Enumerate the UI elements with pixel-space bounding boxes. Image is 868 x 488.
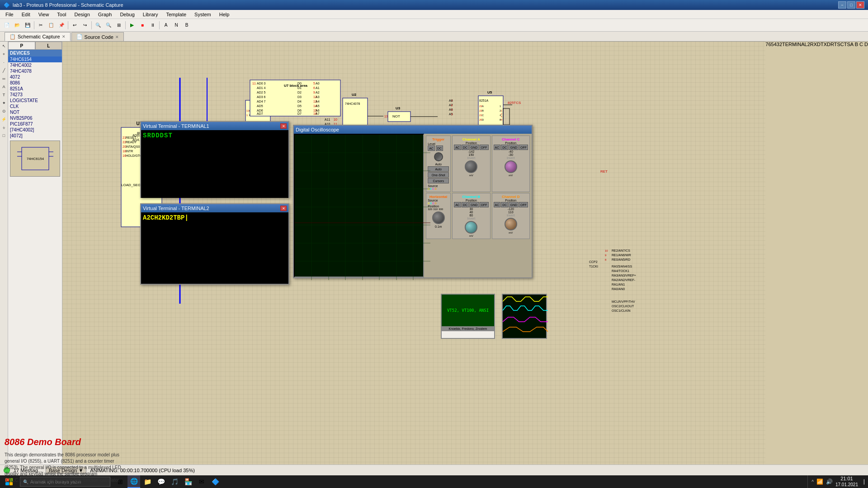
lt-label[interactable]: A [0, 83, 8, 90]
menu-edit[interactable]: Edit [18, 11, 34, 18]
lt-text[interactable]: T [0, 91, 8, 99]
osc-cha-gnd[interactable]: GND [469, 145, 479, 150]
device-8086[interactable]: 8086 [8, 80, 62, 86]
osc-chc-dc[interactable]: DC [501, 145, 508, 150]
tb-bom[interactable]: B [182, 20, 192, 30]
device-PIC16F877[interactable]: PIC16F877 [8, 121, 62, 127]
menu-file[interactable]: File [2, 11, 17, 18]
tb-icon-whatsapp[interactable]: 💬 [155, 475, 167, 488]
tb-icon-store[interactable]: 🏪 [182, 475, 194, 488]
tray-volume[interactable]: 🔊 [826, 479, 833, 485]
osc-chb-ac[interactable]: AC [454, 202, 461, 207]
lt-component[interactable]: + [0, 51, 8, 58]
menu-system[interactable]: System [191, 11, 215, 18]
osc-cha-ac[interactable]: AC [454, 145, 461, 150]
tb-icon-chrome[interactable]: 🌐 [127, 475, 140, 488]
device-74HC6154[interactable]: 74HC6154 [8, 56, 62, 62]
lt-junction[interactable]: · [0, 59, 8, 66]
lt-marker[interactable]: ✦ [0, 99, 8, 107]
lt-probe[interactable]: ⊙ [0, 108, 8, 115]
tb-pause[interactable]: ⏸ [148, 20, 158, 30]
osc-cursors-btn[interactable]: Cursors [428, 178, 449, 183]
menu-design[interactable]: Design [71, 11, 94, 18]
tb-paste[interactable]: 📌 [57, 20, 66, 30]
tb-icon-mail[interactable]: ✉ [195, 475, 208, 488]
osc-chc-knob[interactable] [505, 160, 517, 173]
device-74273[interactable]: 74273 [8, 92, 62, 98]
tb-undo[interactable]: ↩ [70, 20, 80, 30]
tb-cut[interactable]: ✂ [36, 20, 46, 30]
sidebar-tab-p[interactable]: P [8, 42, 35, 50]
tb-annotate[interactable]: A [161, 20, 171, 30]
menu-debug[interactable]: Debug [116, 11, 138, 18]
device-4072b[interactable]: [4072] [8, 133, 62, 139]
menu-graph[interactable]: Graph [94, 11, 116, 18]
device-CLK[interactable]: CLK [8, 103, 62, 109]
maximize-button[interactable]: □ [847, 1, 855, 9]
osc-chb-off[interactable]: OFF [480, 202, 489, 207]
clock-area[interactable]: 21:01 17.01.2021 [835, 476, 858, 487]
tb-zoomout[interactable]: 🔍 [104, 20, 113, 30]
menu-library[interactable]: Library [139, 11, 162, 18]
tab-schematic[interactable]: 📋 Schematic Capture ✕ [5, 32, 71, 41]
device-8251A[interactable]: 8251A [8, 86, 62, 92]
osc-oneshot-btn[interactable]: One-Shot [428, 172, 449, 178]
tb-icon-spotify[interactable]: 🎵 [168, 475, 181, 488]
osc-cha-knob[interactable] [465, 160, 477, 173]
lt-select[interactable]: ↖ [0, 42, 8, 50]
sidebar-tab-l[interactable]: L [35, 42, 62, 50]
osc-chc-gnd[interactable]: GND [509, 145, 519, 150]
device-4072[interactable]: 4072 [8, 74, 62, 80]
osc-cha-dc[interactable]: DC [462, 145, 469, 150]
tb-icon-proteus[interactable]: 🔷 [209, 475, 222, 488]
osc-dc-btn[interactable]: DC [436, 145, 443, 151]
vt2-close[interactable]: ✕ [280, 206, 287, 211]
device-74HC4002[interactable]: 74HC4002 [8, 62, 62, 68]
tb-new[interactable]: 📄 [2, 20, 12, 30]
lt-terminal[interactable]: □ [0, 132, 8, 139]
device-74HC4078[interactable]: 74HC4078 [8, 68, 62, 74]
tray-arrow[interactable]: ^ [811, 479, 814, 484]
tab-schematic-close[interactable]: ✕ [62, 34, 66, 39]
lt-power[interactable]: ⚡ [0, 116, 8, 123]
tb-zoomfit[interactable]: ⊞ [114, 20, 124, 30]
menu-tool[interactable]: Tool [53, 11, 70, 18]
osc-titlebar[interactable]: Digital Oscilloscope [294, 126, 532, 134]
tb-save[interactable]: 💾 [23, 20, 33, 30]
menu-view[interactable]: View [35, 11, 53, 18]
minimize-button[interactable]: − [838, 1, 846, 9]
vt2-content[interactable]: A2CH2KD2TBP| [141, 212, 288, 284]
osc-chb-gnd[interactable]: GND [469, 202, 479, 207]
osc-chb-dc[interactable]: DC [462, 202, 469, 207]
tb-copy[interactable]: 📋 [46, 20, 56, 30]
device-74HC4002b[interactable]: [74HC4002] [8, 127, 62, 133]
osc-chd-knob[interactable] [505, 218, 517, 230]
osc-chc-off[interactable]: OFF [519, 145, 528, 150]
tab-sourcecode[interactable]: 📄 Source Code ✕ [71, 32, 124, 41]
device-NVB25P06[interactable]: NVB25P06 [8, 115, 62, 121]
close-button[interactable]: ✕ [856, 1, 864, 9]
osc-trigger-knob[interactable] [434, 152, 443, 161]
vt1-close[interactable]: ✕ [280, 123, 287, 129]
show-desktop-btn[interactable]: ▕ [861, 479, 864, 484]
lt-bus[interactable]: ═ [0, 75, 8, 82]
osc-auto-btn[interactable]: Auto [428, 166, 449, 172]
osc-cha-off[interactable]: OFF [480, 145, 489, 150]
menu-template[interactable]: Template [162, 11, 190, 18]
tb-run[interactable]: ▶ [127, 20, 137, 30]
tb-open[interactable]: 📂 [12, 20, 22, 30]
osc-chd-off[interactable]: OFF [519, 202, 528, 207]
lt-wire[interactable]: ╱ [0, 67, 8, 74]
device-NOT[interactable]: NOT [8, 109, 62, 115]
osc-h-knob[interactable] [432, 211, 445, 224]
lt-ground[interactable]: ⏚ [0, 124, 8, 131]
tb-netlist[interactable]: N [171, 20, 181, 30]
osc-chd-gnd[interactable]: GND [509, 202, 519, 207]
device-LOGICSTATE[interactable]: LOGICSTATE [8, 98, 62, 103]
tb-zoomin[interactable]: 🔍 [93, 20, 103, 30]
tab-sourcecode-close[interactable]: ✕ [115, 35, 119, 39]
vt2-titlebar[interactable]: Virtual Terminal - TERMINAL2 ✕ [141, 204, 288, 212]
tb-stop[interactable]: ■ [137, 20, 147, 30]
osc-chd-dc[interactable]: DC [501, 202, 508, 207]
tb-redo[interactable]: ↪ [80, 20, 90, 30]
